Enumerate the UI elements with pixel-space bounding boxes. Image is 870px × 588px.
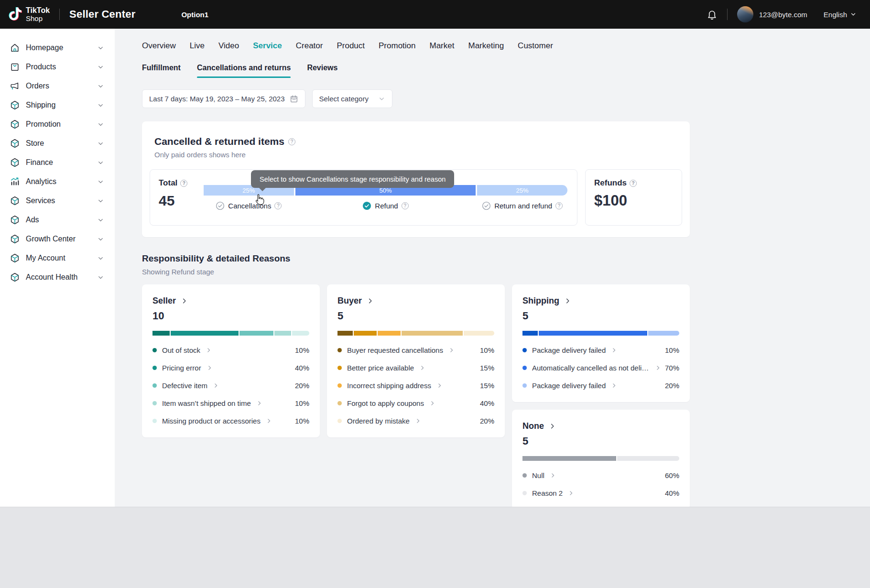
sidebar-item[interactable]: Growth Center (0, 229, 115, 249)
nav-tab[interactable]: Customer (518, 41, 553, 51)
reason-bar-segment[interactable] (402, 331, 463, 336)
sidebar-item[interactable]: Ads (0, 210, 115, 229)
reason-row[interactable]: Defective item 20% (152, 377, 309, 394)
chevron-right-icon[interactable] (448, 347, 455, 353)
stage-legend-item[interactable]: Refund ? (362, 201, 408, 210)
reason-row[interactable]: Missing product or accessories 10% (152, 412, 309, 430)
reason-bar-segment[interactable] (171, 331, 239, 336)
reason-label: Better price available (347, 364, 414, 372)
reason-bar-segment[interactable] (617, 456, 679, 461)
sidebar-item[interactable]: Account Health (0, 268, 115, 287)
reason-bar-segment[interactable] (292, 331, 309, 336)
chevron-right-icon[interactable] (213, 382, 219, 389)
nav-tab[interactable]: Product (337, 41, 365, 51)
sidebar-item-label: Products (26, 63, 97, 71)
reason-bar-segment[interactable] (522, 456, 616, 461)
user-email[interactable]: 123@byte.com (759, 11, 807, 19)
language-selector[interactable]: English (824, 11, 857, 19)
chevron-right-icon[interactable] (206, 347, 212, 353)
reason-bar-segment[interactable] (337, 331, 353, 336)
stage-legend-item[interactable]: Cancellations ? (216, 201, 282, 210)
reason-row[interactable]: Automatically cancelled as not delivered… (522, 359, 679, 377)
sidebar-item[interactable]: Promotion (0, 115, 115, 134)
nav-tab[interactable]: Promotion (379, 41, 415, 51)
sub-tab[interactable]: Fulfillment (142, 64, 181, 78)
nav-tab[interactable]: Market (430, 41, 455, 51)
sidebar-item[interactable]: Services (0, 191, 115, 210)
chevron-right-icon[interactable] (611, 347, 617, 353)
chevron-right-icon[interactable] (550, 472, 556, 479)
sidebar-item[interactable]: Shipping (0, 96, 115, 115)
sidebar-item[interactable]: Homepage (0, 38, 115, 57)
reason-dot (152, 383, 157, 388)
help-icon[interactable]: ? (180, 180, 187, 187)
chevron-right-icon[interactable] (568, 490, 574, 496)
help-icon[interactable]: ? (402, 202, 409, 209)
nav-tab[interactable]: Creator (296, 41, 323, 51)
reason-row[interactable]: Forgot to apply coupons 40% (337, 394, 494, 412)
sidebar-item[interactable]: Analytics (0, 172, 115, 191)
chevron-right-icon[interactable] (415, 418, 421, 424)
reason-row[interactable]: Null 60% (522, 467, 679, 484)
reason-bar-segment[interactable] (464, 331, 494, 336)
nav-tab[interactable]: Overview (142, 41, 176, 51)
user-avatar[interactable] (737, 6, 753, 22)
reason-label: Automatically cancelled as not delivered… (532, 364, 650, 372)
reason-row[interactable]: Buyer requested cancellations 10% (337, 341, 494, 359)
tiktok-shop-logo[interactable]: TikTok Shop (8, 7, 50, 22)
sidebar-item[interactable]: Store (0, 134, 115, 153)
category-select[interactable]: Select category (312, 89, 392, 108)
sidebar-item[interactable]: Orders (0, 76, 115, 96)
reason-row[interactable]: Better price available 15% (337, 359, 494, 377)
stage-bar-segment[interactable]: 25% (477, 185, 567, 196)
chevron-right-icon[interactable] (655, 365, 661, 371)
reason-bar-segment[interactable] (378, 331, 401, 336)
chevron-right-icon[interactable] (256, 400, 262, 406)
reason-bar-segment[interactable] (239, 331, 273, 336)
sidebar-item[interactable]: Products (0, 57, 115, 76)
help-icon[interactable]: ? (288, 138, 295, 145)
sidebar-item[interactable]: My Account (0, 249, 115, 268)
reason-row[interactable]: Package delivery failed 10% (522, 341, 679, 359)
chevron-right-icon[interactable] (436, 382, 443, 389)
sidebar-item[interactable]: Finance (0, 153, 115, 172)
nav-tab[interactable]: Service (253, 41, 282, 51)
reason-row[interactable]: Item wasn’t shipped on time 10% (152, 394, 309, 412)
help-icon[interactable]: ? (274, 202, 282, 209)
reason-row[interactable]: Pricing error 40% (152, 359, 309, 377)
responsibility-card-title[interactable]: None (522, 421, 556, 431)
header-option1-menu[interactable]: Option1 (181, 11, 208, 19)
reason-bar-segment[interactable] (354, 331, 377, 336)
sub-tab[interactable]: Reviews (307, 64, 337, 78)
reason-bar-segment[interactable] (539, 331, 647, 336)
reason-bar-segment[interactable] (522, 331, 538, 336)
help-icon[interactable]: ? (555, 202, 563, 209)
reason-row[interactable]: Out of stock 10% (152, 341, 309, 359)
reason-row[interactable]: Package delivery failed 20% (522, 377, 679, 394)
reason-dot (337, 419, 342, 423)
reason-bar-segment[interactable] (274, 331, 292, 336)
reason-row[interactable]: Reason 2 40% (522, 484, 679, 502)
reason-row[interactable]: Incorrect shipping address 15% (337, 377, 494, 394)
notifications-bell-icon[interactable] (707, 9, 718, 20)
chevron-right-icon[interactable] (419, 365, 425, 371)
chevron-right-icon[interactable] (429, 400, 435, 406)
stage-legend-item[interactable]: Return and refund ? (482, 201, 563, 210)
reason-percentage: 15% (476, 381, 494, 390)
date-range-picker[interactable]: Last 7 days: May 19, 2023 – May 25, 2023 (142, 89, 305, 108)
responsibility-card-title[interactable]: Shipping (522, 296, 571, 306)
sub-tab[interactable]: Cancellations and returns (197, 64, 291, 78)
chevron-right-icon[interactable] (266, 418, 272, 424)
responsibility-card-title[interactable]: Seller (152, 296, 188, 306)
help-icon[interactable]: ? (630, 180, 637, 187)
chevron-right-icon[interactable] (611, 382, 617, 389)
chevron-right-icon[interactable] (207, 365, 213, 371)
nav-tab[interactable]: Marketing (468, 41, 504, 51)
cube-icon (10, 138, 20, 149)
responsibility-card-title[interactable]: Buyer (337, 296, 374, 306)
reason-bar-segment[interactable] (648, 331, 679, 336)
reason-bar-segment[interactable] (152, 331, 170, 336)
reason-row[interactable]: Ordered by mistake 20% (337, 412, 494, 430)
nav-tab[interactable]: Live (190, 41, 205, 51)
nav-tab[interactable]: Video (218, 41, 239, 51)
